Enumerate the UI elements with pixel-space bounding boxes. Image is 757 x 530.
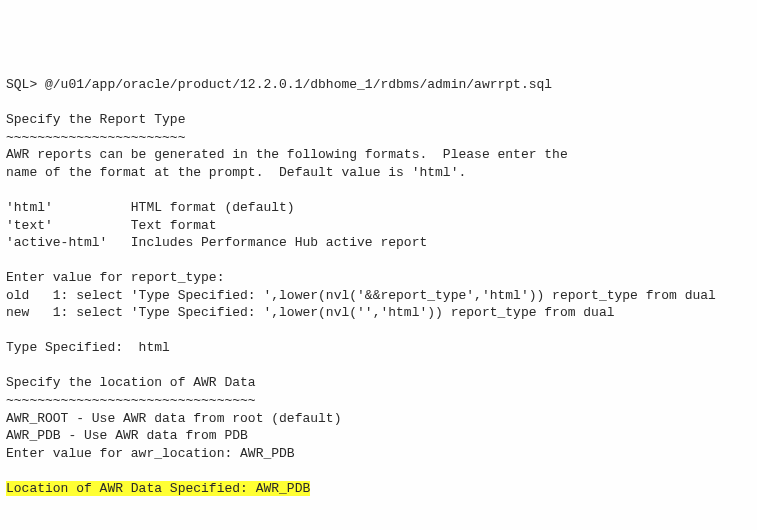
intro-text-2: name of the format at the prompt. Defaul…: [6, 165, 466, 180]
section-header-report-type: Specify the Report Type: [6, 112, 185, 127]
type-specified-result: Type Specified: html: [6, 340, 170, 355]
sql-prompt-line: SQL> @/u01/app/oracle/product/12.2.0.1/d…: [6, 77, 552, 92]
awr-option-root: AWR_ROOT - Use AWR data from root (defau…: [6, 411, 341, 426]
awr-location-specified: Location of AWR Data Specified: AWR_PDB: [6, 481, 310, 496]
section-underline: ~~~~~~~~~~~~~~~~~~~~~~~~~~~~~~~~: [6, 393, 256, 408]
awr-option-pdb: AWR_PDB - Use AWR data from PDB: [6, 428, 248, 443]
prompt-awr-location: Enter value for awr_location: AWR_PDB: [6, 446, 295, 461]
terminal-output: SQL> @/u01/app/oracle/product/12.2.0.1/d…: [6, 59, 751, 530]
prompt-report-type: Enter value for report_type:: [6, 270, 224, 285]
intro-text-1: AWR reports can be generated in the foll…: [6, 147, 568, 162]
section-header-awr-location: Specify the location of AWR Data: [6, 375, 256, 390]
substitution-new: new 1: select 'Type Specified: ',lower(n…: [6, 305, 615, 320]
format-option-text: 'text' Text format: [6, 218, 217, 233]
section-underline: ~~~~~~~~~~~~~~~~~~~~~~~: [6, 130, 185, 145]
substitution-old: old 1: select 'Type Specified: ',lower(n…: [6, 288, 716, 303]
format-option-html: 'html' HTML format (default): [6, 200, 295, 215]
format-option-active-html: 'active-html' Includes Performance Hub a…: [6, 235, 427, 250]
